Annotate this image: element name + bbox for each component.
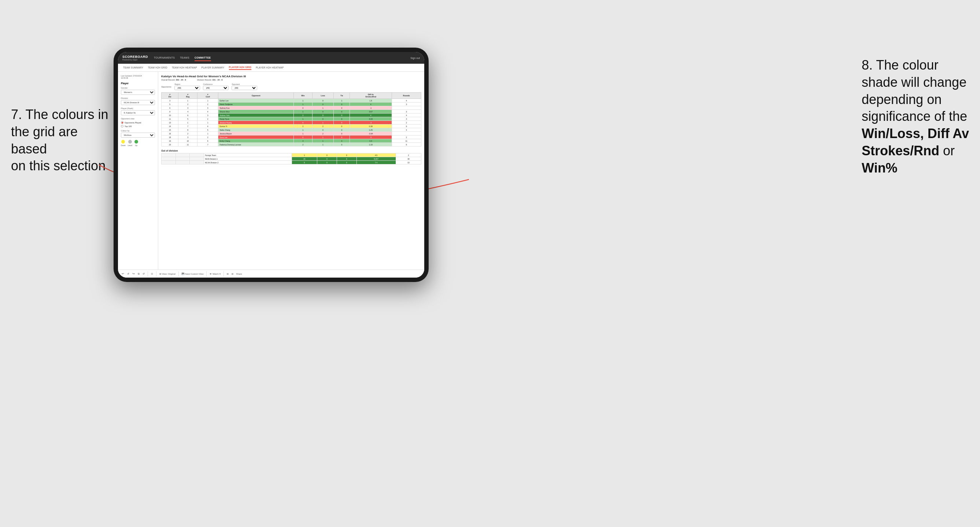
- table-row-1-cell-8: 3: [391, 103, 421, 106]
- subnav-team-h2h-grid[interactable]: TEAM H2H GRID: [148, 65, 167, 70]
- sign-out[interactable]: Sign out: [410, 57, 420, 59]
- ood-row-1-cell-3: 0: [337, 157, 356, 161]
- table-row-5-cell-6: 0: [334, 117, 350, 121]
- table-row-5-cell-3: Heejo Hyun: [218, 117, 294, 121]
- toolbar-sep5: [223, 271, 224, 276]
- grid-button[interactable]: ⊞: [232, 273, 233, 275]
- radio-dot-opponents: [121, 121, 124, 124]
- table-row-7-cell-2: 4: [197, 124, 218, 128]
- table-row-11-cell-4: 4: [294, 139, 312, 143]
- table-row-4-cell-8: 4: [391, 114, 421, 117]
- table-row-8-cell-3: Stella Cheng: [218, 128, 294, 132]
- table-row-11-cell-3: Emily Chang: [218, 139, 294, 143]
- toolbar-clock[interactable]: ⊙: [151, 273, 153, 275]
- toolbar-copy[interactable]: ⧉: [138, 273, 140, 275]
- table-row-5-cell-5: 0: [312, 117, 334, 121]
- legend-level: Level: [128, 140, 132, 146]
- table-row-4-cell-4: 2: [294, 114, 312, 117]
- ood-row-1-empty-2: [190, 157, 204, 161]
- table-row-8-cell-7: 1.25: [350, 128, 391, 132]
- view-original[interactable]: ⊞ View: Original: [159, 273, 175, 275]
- table-row-1-cell-7: 4: [350, 103, 391, 106]
- table-row-7-cell-8: 9: [391, 124, 421, 128]
- table-row-5-cell-1: 5: [178, 117, 197, 121]
- sidebar-player-title: Player: [121, 82, 155, 84]
- ood-row-2-cell-5: 10: [396, 161, 421, 164]
- table-row-1-cell-2: 2: [197, 103, 218, 106]
- table-row-9-cell-7: -0.94: [350, 132, 391, 135]
- table-row-12-cell-6: 0: [334, 143, 350, 146]
- watch-button[interactable]: 👁 Watch ▾: [210, 273, 220, 275]
- table-row-0-cell-5: 0: [312, 99, 334, 103]
- table-row-2-cell-7: -1: [350, 106, 391, 110]
- layout-button[interactable]: ⊞: [227, 273, 229, 275]
- table-row-2-cell-8: [391, 106, 421, 110]
- toolbar-redo[interactable]: ↪: [132, 272, 135, 275]
- table-row-1-cell-1: 2: [178, 103, 197, 106]
- toolbar-undo2[interactable]: ↺: [127, 273, 129, 275]
- gender-select[interactable]: Women's: [121, 90, 155, 95]
- table-row-6-cell-8: 2: [391, 121, 421, 124]
- toolbar-refresh[interactable]: ↺: [143, 273, 145, 275]
- table-row-9-cell-5: 2: [312, 132, 334, 135]
- ood-row-0-cell-5: 2: [396, 154, 421, 157]
- nav-tournaments[interactable]: TOURNAMENTS: [154, 55, 175, 61]
- filters-row: Opponents: Region (All) Conference (All): [161, 83, 421, 90]
- table-row-3-cell-4: 1: [294, 110, 312, 114]
- table-row-8-cell-6: 0: [334, 128, 350, 132]
- table-row-5-cell-8: 3: [391, 117, 421, 121]
- table-row-2-cell-3: Sydney Kuo: [218, 106, 294, 110]
- th-win: Win: [294, 93, 312, 99]
- subnav-player-h2h-heatmap[interactable]: PLAYER H2H HEATMAP: [256, 65, 283, 70]
- table-row-10-cell-4: 0: [294, 135, 312, 139]
- toolbar-undo[interactable]: ↩: [122, 272, 124, 275]
- subnav-player-summary[interactable]: PLAYER SUMMARY: [202, 65, 224, 70]
- table-row-3-cell-1: 4: [178, 110, 197, 114]
- table-row-6-cell-1: 1: [178, 121, 197, 124]
- conference-filter-select[interactable]: (All): [203, 86, 229, 90]
- table-row-2-cell-6: 0: [334, 106, 350, 110]
- out-of-division-table: Foreign Team1004.52NAIA Division 115009.…: [161, 153, 421, 164]
- ood-row-0-cell-2: 0: [317, 154, 337, 157]
- nav-committee[interactable]: COMMITTEE: [194, 55, 211, 61]
- subnav-team-summary[interactable]: TEAM SUMMARY: [123, 65, 143, 70]
- nav-teams[interactable]: TEAMS: [180, 55, 189, 61]
- ood-row-2-cell-4: 7.4: [356, 161, 396, 164]
- table-row-11-cell-5: 1: [312, 139, 334, 143]
- table-row-0-cell-8: 4: [391, 99, 421, 103]
- region-filter-select[interactable]: (All): [174, 86, 200, 90]
- ood-row-0-empty-1: [175, 154, 190, 157]
- th-rounds: Rounds: [391, 93, 421, 99]
- table-row-3-cell-7: 3.67: [350, 110, 391, 114]
- overall-record: Overall Record: 353 - 34 - 6: [161, 79, 186, 81]
- table-row-4-cell-5: 0: [312, 114, 334, 117]
- subnav-team-h2h-heatmap[interactable]: TEAM H2H HEATMAP: [172, 65, 197, 70]
- table-row-12-cell-3: Federica Domecq Lacroze: [218, 143, 294, 146]
- table-row-11-cell-7: 0.3: [350, 139, 391, 143]
- table-row-3-cell-2: 4: [197, 110, 218, 114]
- table-row-5-cell-7: 3.33: [350, 117, 391, 121]
- table-row-8-cell-2: 5: [197, 128, 218, 132]
- ood-row-1-cell-0: NAIA Division 1: [204, 157, 292, 161]
- save-custom-view[interactable]: 💾 Save Custom View: [182, 273, 204, 275]
- table-row-7-cell-3: Eunice Yi: [218, 124, 294, 128]
- colour-by-select[interactable]: Win/loss: [121, 133, 155, 138]
- table-row-2-cell-0: 6: [162, 106, 178, 110]
- ood-row-1-cell-4: 9.267: [356, 157, 396, 161]
- tablet-frame: SCOREBOARD Powered by clippd TOURNAMENTS…: [114, 48, 429, 282]
- opponent-filter-select[interactable]: (All): [232, 86, 257, 90]
- grid-records: Overall Record: 353 - 34 - 6 Division Re…: [161, 79, 421, 81]
- table-row-2-cell-1: 3: [178, 106, 197, 110]
- ood-row-0-cell-4: 4.5: [356, 154, 396, 157]
- radio-opponents-played[interactable]: Opponents Played: [121, 121, 155, 124]
- division-select[interactable]: NCAA Division III: [121, 100, 155, 105]
- powered-by: Powered by clippd: [123, 59, 148, 61]
- table-row-12-cell-7: 1.33: [350, 143, 391, 146]
- subnav-player-h2h-grid[interactable]: PLAYER H2H GRID: [229, 65, 252, 70]
- player-rank-select[interactable]: 8. Katelyn Vo: [121, 110, 155, 115]
- share-button[interactable]: Share: [236, 273, 242, 275]
- logo-area: SCOREBOARD Powered by clippd: [123, 55, 148, 61]
- radio-top100[interactable]: Top 100: [121, 125, 155, 127]
- table-row-3-cell-6: 0: [334, 110, 350, 114]
- table-row-3-cell-5: 0: [312, 110, 334, 114]
